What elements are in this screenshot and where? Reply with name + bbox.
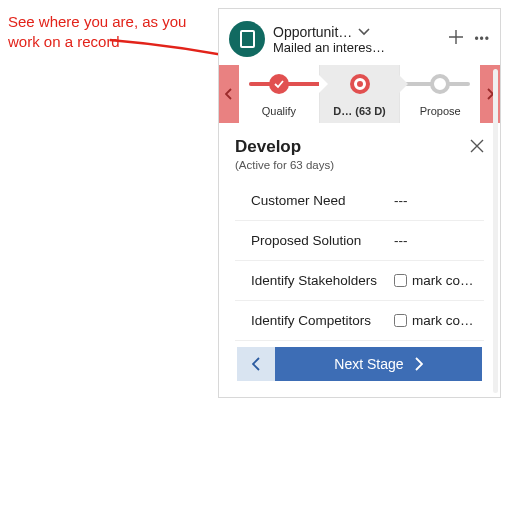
chevron-down-icon[interactable] <box>358 25 370 39</box>
stage-qualify[interactable]: Qualify <box>239 65 319 123</box>
record-title[interactable]: Opportunit… <box>273 24 352 40</box>
field-value[interactable]: --- <box>394 233 484 248</box>
add-icon[interactable] <box>448 29 464 50</box>
field-label: Identify Competitors <box>251 313 394 328</box>
field-label: Customer Need <box>251 193 394 208</box>
record-subtitle: Mailed an interes… <box>273 40 413 55</box>
stage-dot-completed-icon <box>269 74 289 94</box>
field-label: Identify Stakeholders <box>251 273 394 288</box>
record-header: Opportunit… Mailed an interes… ••• <box>219 9 500 65</box>
stage-label: D… (63 D) <box>333 105 386 117</box>
field-identify-competitors[interactable]: Identify Competitors mark co… <box>235 301 484 341</box>
annotation-text: See where you are, as you work on a reco… <box>8 12 198 51</box>
next-stage-button[interactable]: Next Stage <box>275 347 482 381</box>
stages-track: Qualify D… (63 D) Propose <box>239 65 480 123</box>
more-icon[interactable]: ••• <box>474 32 490 46</box>
mark-complete-check[interactable]: mark co… <box>394 273 484 288</box>
chevron-right-icon <box>414 357 423 371</box>
checkbox[interactable] <box>394 274 407 287</box>
checkbox-label: mark co… <box>412 313 474 328</box>
flyout-subtitle: (Active for 63 days) <box>235 159 484 171</box>
field-value[interactable]: --- <box>394 193 484 208</box>
checkbox-label: mark co… <box>412 273 474 288</box>
field-label: Proposed Solution <box>251 233 394 248</box>
stage-propose[interactable]: Propose <box>399 65 480 123</box>
stage-prev-button[interactable] <box>219 65 239 123</box>
stage-develop[interactable]: D… (63 D) <box>319 65 400 123</box>
flyout-footer: Next Stage <box>235 341 484 383</box>
stage-dot-future-icon <box>430 74 450 94</box>
next-stage-label: Next Stage <box>334 356 403 372</box>
stage-label: Propose <box>420 105 461 117</box>
checkbox[interactable] <box>394 314 407 327</box>
flyout-title: Develop <box>235 137 484 157</box>
field-customer-need[interactable]: Customer Need --- <box>235 181 484 221</box>
record-type-icon <box>229 21 265 57</box>
record-panel: Opportunit… Mailed an interes… ••• <box>218 8 501 398</box>
mark-complete-check[interactable]: mark co… <box>394 313 484 328</box>
stage-dot-active-icon <box>350 74 370 94</box>
scrollbar[interactable] <box>493 69 498 393</box>
field-identify-stakeholders[interactable]: Identify Stakeholders mark co… <box>235 261 484 301</box>
field-proposed-solution[interactable]: Proposed Solution --- <box>235 221 484 261</box>
process-stage-bar: Qualify D… (63 D) Propose <box>219 65 500 123</box>
stage-label: Qualify <box>262 105 296 117</box>
prev-stage-button[interactable] <box>237 347 275 381</box>
close-icon[interactable] <box>470 137 484 158</box>
stage-flyout: Develop (Active for 63 days) Customer Ne… <box>219 123 500 397</box>
